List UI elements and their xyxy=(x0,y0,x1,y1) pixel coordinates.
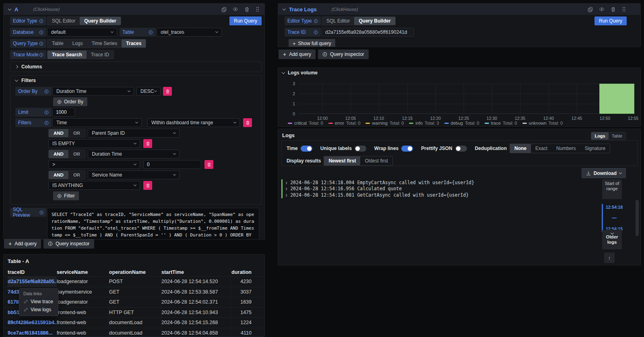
info-icon[interactable] xyxy=(39,210,43,215)
log-range-indicator[interactable]: 12:54:18 12:54:15 xyxy=(602,204,623,232)
condition-1-operator-select[interactable]: IS EMPTY xyxy=(48,139,140,148)
database-select[interactable]: default xyxy=(47,28,117,37)
view-trace-menu-item[interactable]: View trace xyxy=(19,298,58,306)
column-header-servicename[interactable]: serviceName xyxy=(57,268,109,276)
legend-item-trace[interactable]: traceTotal: 0 xyxy=(485,121,517,125)
info-icon[interactable] xyxy=(44,89,49,94)
info-icon[interactable] xyxy=(314,30,318,35)
dedup-signature-option[interactable]: Signature xyxy=(580,144,610,153)
newest-first-option[interactable]: Newest first xyxy=(324,156,360,165)
or-option[interactable]: OR xyxy=(68,150,85,158)
logs-volume-chart[interactable] xyxy=(298,84,636,114)
remove-time-filter-button[interactable] xyxy=(243,118,252,127)
order-by-field-select[interactable]: Duration Time xyxy=(52,87,134,96)
add-query-button[interactable]: + Add query xyxy=(4,239,41,249)
query-inspector-button[interactable]: Query inspector xyxy=(43,239,94,249)
legend-item-error[interactable]: errorTotal: 0 xyxy=(328,121,361,125)
query-type-table[interactable]: Table xyxy=(47,39,68,47)
info-icon[interactable] xyxy=(39,53,43,57)
info-icon[interactable] xyxy=(39,41,43,46)
info-icon[interactable] xyxy=(39,19,43,23)
remove-condition-1-button[interactable] xyxy=(143,139,152,148)
view-logs-menu-item[interactable]: View logs xyxy=(19,306,58,314)
duplicate-query-icon[interactable] xyxy=(588,7,593,12)
expand-chevron-icon[interactable]: ❯ xyxy=(285,187,287,191)
sql-editor-option[interactable]: SQL Editor xyxy=(47,17,80,25)
duplicate-query-icon[interactable] xyxy=(221,7,227,12)
expand-chevron-icon[interactable]: ❯ xyxy=(285,181,287,185)
panel-a-title[interactable]: A xyxy=(14,6,18,12)
trace-id-link[interactable]: 89cf4286e631591b4... xyxy=(8,318,57,328)
trace-id-input[interactable] xyxy=(322,28,414,37)
legend-item-warning[interactable]: warningTotal: 0 xyxy=(365,121,404,125)
older-logs-button[interactable]: Older logs xyxy=(602,230,622,249)
trace-id-option[interactable]: Trace ID xyxy=(87,51,114,59)
and-option[interactable]: AND xyxy=(49,171,68,179)
add-order-by-button[interactable]: Order By xyxy=(53,97,87,106)
hide-response-eye-icon[interactable] xyxy=(599,6,605,12)
remove-query-trash-icon[interactable] xyxy=(244,7,250,12)
and-option[interactable]: AND xyxy=(49,129,68,137)
query-type-time-series[interactable]: Time Series xyxy=(87,39,122,47)
prettify-json-toggle[interactable] xyxy=(455,146,467,152)
column-header-traceid[interactable]: traceID xyxy=(8,268,57,276)
collapse-chevron-icon[interactable] xyxy=(8,7,11,10)
condition-2-operator-select[interactable]: > xyxy=(48,160,140,169)
trace-search-option[interactable]: Trace Search xyxy=(47,51,87,59)
info-log-volume-bar[interactable] xyxy=(599,84,634,114)
condition-3-field-select[interactable]: Service Name xyxy=(88,171,180,179)
time-toggle[interactable] xyxy=(301,146,312,152)
column-header-operationname[interactable]: operationName xyxy=(109,268,161,276)
remove-condition-2-button[interactable] xyxy=(204,160,213,169)
table-select[interactable]: otel_traces xyxy=(157,28,222,37)
expand-chevron-icon[interactable]: ❯ xyxy=(285,193,287,197)
time-filter-operator-select[interactable]: Within dashboard time range xyxy=(147,118,240,127)
logs-scrollbar[interactable] xyxy=(636,200,639,236)
condition-2-value-input[interactable] xyxy=(143,160,201,169)
sql-editor-option[interactable]: SQL Editor xyxy=(322,17,354,25)
trace-logs-title[interactable]: Trace Logs xyxy=(289,6,317,12)
scroll-to-top-button[interactable]: ↑ xyxy=(604,253,615,263)
condition-3-operator-select[interactable]: IS ANYTHING xyxy=(48,181,140,190)
remove-query-trash-icon[interactable] xyxy=(611,7,616,12)
legend-item-info[interactable]: infoTotal: 3 xyxy=(409,121,439,125)
column-header-duration[interactable]: duration xyxy=(231,268,255,276)
trace-id-link[interactable]: 9ce7acf61841886... xyxy=(8,328,57,337)
legend-item-critical[interactable]: criticalTotal: 0 xyxy=(288,121,323,125)
or-option[interactable]: OR xyxy=(68,171,85,179)
limit-input[interactable] xyxy=(52,108,75,117)
info-icon[interactable] xyxy=(44,121,49,125)
or-option[interactable]: OR xyxy=(68,129,85,137)
and-option[interactable]: AND xyxy=(49,150,68,158)
unique-labels-toggle[interactable] xyxy=(355,146,366,152)
query-builder-option[interactable]: Query Builder xyxy=(80,17,120,25)
drag-handle-icon[interactable] xyxy=(256,6,260,12)
dedup-numbers-option[interactable]: Numbers xyxy=(552,144,580,153)
info-icon[interactable] xyxy=(39,30,43,35)
condition-2-field-select[interactable]: Duration Time xyxy=(88,150,180,158)
remove-order-by-button[interactable] xyxy=(163,87,172,96)
info-icon[interactable] xyxy=(44,110,49,115)
columns-section-header[interactable]: Columns xyxy=(10,62,261,72)
dedup-exact-option[interactable]: Exact xyxy=(531,144,552,153)
hide-response-eye-icon[interactable] xyxy=(233,6,238,12)
log-row[interactable]: ❯ 2024-06-28 12:54:16.956 Calculated quo… xyxy=(281,186,600,192)
collapse-chevron-icon[interactable] xyxy=(283,7,286,10)
order-by-direction-select[interactable]: DESC xyxy=(136,87,161,96)
filters-section-header[interactable]: Filters xyxy=(10,76,261,85)
add-filter-button[interactable]: Filter xyxy=(53,191,79,200)
query-builder-option[interactable]: Query Builder xyxy=(354,17,395,25)
query-type-logs[interactable]: Logs xyxy=(68,39,87,47)
legend-item-debug[interactable]: debugTotal: 0 xyxy=(444,121,479,125)
query-inspector-button[interactable]: Query inspector xyxy=(318,49,369,59)
column-header-starttime[interactable]: startTime xyxy=(161,268,231,276)
remove-condition-3-button[interactable] xyxy=(143,181,152,190)
log-row[interactable]: ❯ 2024-06-28 12:54:18.004 EmptyCartAsync… xyxy=(281,179,600,186)
info-icon[interactable] xyxy=(149,30,153,35)
trace-id-link[interactable]: d2a7155ef6a928a05... xyxy=(8,277,57,287)
logs-volume-header[interactable]: Logs volume xyxy=(278,68,640,78)
condition-1-field-select[interactable]: Parent Span ID xyxy=(88,129,180,138)
info-icon[interactable] xyxy=(314,19,318,23)
time-filter-field-select[interactable]: Time xyxy=(52,118,142,127)
show-full-query-button[interactable]: + Show full query xyxy=(289,39,335,47)
